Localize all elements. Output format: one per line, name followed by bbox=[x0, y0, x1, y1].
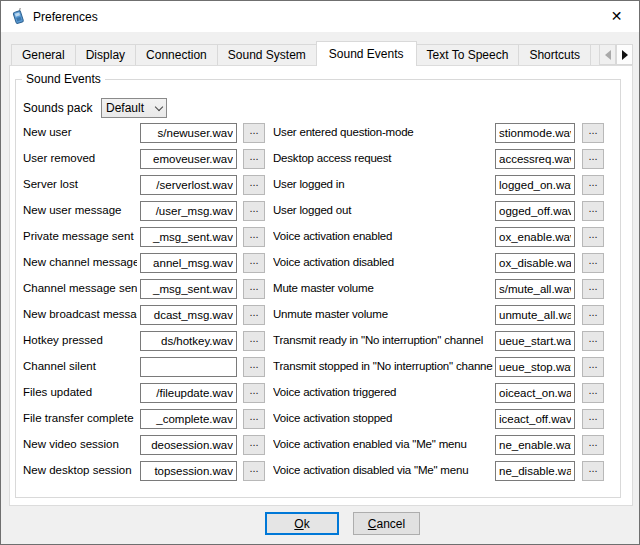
browse-button[interactable]: ... bbox=[582, 383, 604, 403]
sound-file-input[interactable] bbox=[495, 227, 575, 247]
sound-file-input[interactable] bbox=[495, 123, 575, 143]
sound-file-input[interactable] bbox=[140, 461, 237, 481]
browse-button[interactable]: ... bbox=[582, 123, 604, 143]
sound-event-row: New desktop session...Voice activation d… bbox=[1, 459, 640, 485]
sound-event-row: New user message...User logged out... bbox=[1, 199, 640, 225]
sound-file-input[interactable] bbox=[495, 383, 575, 403]
sound-event-row: New video session...Voice activation ena… bbox=[1, 433, 640, 459]
event-label: New user bbox=[23, 126, 137, 138]
tab-sound-system[interactable]: Sound System bbox=[217, 44, 317, 66]
event-label: New user message bbox=[23, 204, 137, 216]
sound-file-input[interactable] bbox=[495, 149, 575, 169]
sounds-pack-select[interactable]: Default bbox=[101, 98, 167, 118]
event-label: Private message sent bbox=[23, 230, 137, 242]
app-icon bbox=[10, 8, 27, 25]
event-label: Transmit stopped in "No interruption" ch… bbox=[273, 360, 493, 372]
sound-file-input[interactable] bbox=[495, 253, 575, 273]
event-label: User removed bbox=[23, 152, 137, 164]
sound-event-row: Channel message sent...Mute master volum… bbox=[1, 277, 640, 303]
sound-file-input[interactable] bbox=[140, 331, 237, 351]
sound-file-input[interactable] bbox=[140, 357, 237, 377]
browse-button[interactable]: ... bbox=[582, 461, 604, 481]
tab-shortcuts[interactable]: Shortcuts bbox=[518, 44, 591, 66]
sound-file-input[interactable] bbox=[495, 305, 575, 325]
browse-button[interactable]: ... bbox=[582, 331, 604, 351]
tab-general[interactable]: General bbox=[11, 44, 76, 66]
browse-button[interactable]: ... bbox=[582, 175, 604, 195]
browse-button[interactable]: ... bbox=[243, 227, 265, 247]
sound-file-input[interactable] bbox=[140, 435, 237, 455]
browse-button[interactable]: ... bbox=[243, 435, 265, 455]
browse-button[interactable]: ... bbox=[243, 253, 265, 273]
cancel-button[interactable]: Cancel bbox=[353, 512, 420, 535]
close-button[interactable]: ✕ bbox=[594, 1, 639, 31]
preferences-window: Preferences ✕ GeneralDisplayConnectionSo… bbox=[0, 0, 640, 545]
sound-file-input[interactable] bbox=[140, 175, 237, 195]
browse-button[interactable]: ... bbox=[582, 305, 604, 325]
sound-file-input[interactable] bbox=[495, 357, 575, 377]
browse-button[interactable]: ... bbox=[582, 227, 604, 247]
event-label: Voice activation enabled bbox=[273, 230, 493, 242]
sound-file-input[interactable] bbox=[495, 201, 575, 221]
tab-sound-events[interactable]: Sound Events bbox=[316, 41, 417, 66]
browse-button[interactable]: ... bbox=[582, 357, 604, 377]
tab-text-to-speech[interactable]: Text To Speech bbox=[416, 44, 520, 66]
browse-button[interactable]: ... bbox=[243, 461, 265, 481]
event-label: Unmute master volume bbox=[273, 308, 493, 320]
browse-button[interactable]: ... bbox=[243, 175, 265, 195]
event-label: Voice activation disabled via "Me" menu bbox=[273, 464, 493, 476]
tab-scroll-left-button[interactable] bbox=[599, 44, 616, 65]
event-label: Voice activation enabled via "Me" menu bbox=[273, 438, 493, 450]
sound-file-input[interactable] bbox=[140, 409, 237, 429]
event-label: File transfer complete bbox=[23, 412, 137, 424]
group-title: Sound Events bbox=[22, 72, 105, 86]
sound-file-input[interactable] bbox=[140, 383, 237, 403]
event-label: New broadcast message bbox=[23, 308, 137, 320]
sound-file-input[interactable] bbox=[495, 331, 575, 351]
sound-event-row: Files updated...Voice activation trigger… bbox=[1, 381, 640, 407]
sound-file-input[interactable] bbox=[495, 175, 575, 195]
browse-button[interactable]: ... bbox=[582, 149, 604, 169]
browse-button[interactable]: ... bbox=[243, 279, 265, 299]
sound-file-input[interactable] bbox=[140, 279, 237, 299]
sound-file-input[interactable] bbox=[140, 305, 237, 325]
browse-button[interactable]: ... bbox=[243, 331, 265, 351]
browse-button[interactable]: ... bbox=[582, 253, 604, 273]
browse-button[interactable]: ... bbox=[582, 409, 604, 429]
event-label: Transmit ready in "No interruption" chan… bbox=[273, 334, 493, 346]
browse-button[interactable]: ... bbox=[243, 409, 265, 429]
sound-file-input[interactable] bbox=[140, 253, 237, 273]
tab-video[interactable]: Video bbox=[590, 44, 599, 66]
sound-file-input[interactable] bbox=[495, 435, 575, 455]
browse-button[interactable]: ... bbox=[243, 201, 265, 221]
event-label: User entered question-mode bbox=[273, 126, 493, 138]
sound-file-input[interactable] bbox=[140, 149, 237, 169]
event-label: Channel message sent bbox=[23, 282, 137, 294]
tab-bar: GeneralDisplayConnectionSound SystemSoun… bbox=[11, 41, 599, 66]
browse-button[interactable]: ... bbox=[582, 201, 604, 221]
sounds-pack-label: Sounds pack bbox=[23, 101, 92, 115]
sound-file-input[interactable] bbox=[495, 279, 575, 299]
tab-scroll-right-button[interactable] bbox=[616, 44, 633, 65]
browse-button[interactable]: ... bbox=[582, 279, 604, 299]
sound-file-input[interactable] bbox=[495, 461, 575, 481]
browse-button[interactable]: ... bbox=[243, 383, 265, 403]
browse-button[interactable]: ... bbox=[243, 357, 265, 377]
event-label: User logged in bbox=[273, 178, 493, 190]
browse-button[interactable]: ... bbox=[243, 149, 265, 169]
sound-file-input[interactable] bbox=[140, 123, 237, 143]
browse-button[interactable]: ... bbox=[582, 435, 604, 455]
sound-file-input[interactable] bbox=[495, 409, 575, 429]
event-label: Files updated bbox=[23, 386, 137, 398]
sound-event-row: User removed...Desktop access request... bbox=[1, 147, 640, 173]
ok-button[interactable]: Ok bbox=[265, 512, 339, 535]
event-label: New video session bbox=[23, 438, 137, 450]
window-title: Preferences bbox=[33, 10, 98, 24]
event-label: New channel message bbox=[23, 256, 137, 268]
tab-display[interactable]: Display bbox=[75, 44, 136, 66]
tab-connection[interactable]: Connection bbox=[135, 44, 218, 66]
sound-file-input[interactable] bbox=[140, 227, 237, 247]
browse-button[interactable]: ... bbox=[243, 123, 265, 143]
browse-button[interactable]: ... bbox=[243, 305, 265, 325]
sound-file-input[interactable] bbox=[140, 201, 237, 221]
